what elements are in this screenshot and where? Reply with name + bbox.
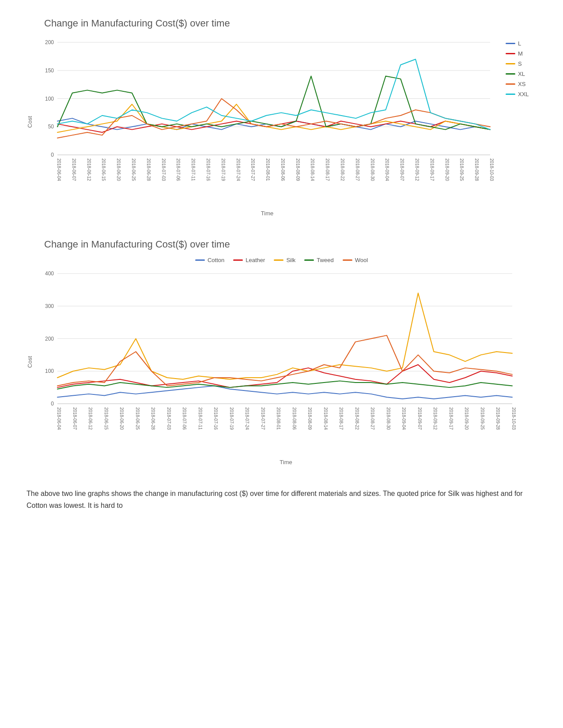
- svg-text:2018-08-17: 2018-08-17: [325, 158, 330, 181]
- chart1-y-label: Cost: [26, 116, 33, 128]
- svg-text:2018-08-01: 2018-08-01: [265, 158, 270, 181]
- legend-color-swatch: [506, 53, 515, 54]
- svg-text:100: 100: [45, 96, 54, 102]
- svg-text:2018-06-15: 2018-06-15: [101, 158, 106, 181]
- svg-text:2018-06-25: 2018-06-25: [131, 158, 136, 181]
- chart1-x-label: Time: [35, 210, 499, 217]
- chart1-inner: 0501001502002018-06-042018-06-072018-06-…: [35, 36, 499, 217]
- legend-label: XS: [518, 81, 525, 87]
- svg-text:2018-08-14: 2018-08-14: [323, 407, 328, 430]
- svg-text:2018-09-17: 2018-09-17: [449, 407, 453, 430]
- svg-text:2018-07-27: 2018-07-27: [261, 407, 265, 430]
- legend-color-swatch: [506, 83, 515, 85]
- svg-text:50: 50: [48, 124, 54, 130]
- svg-text:2018-06-04: 2018-06-04: [57, 407, 61, 430]
- svg-text:200: 200: [45, 39, 54, 45]
- svg-text:2018-06-12: 2018-06-12: [87, 158, 91, 181]
- svg-text:2018-06-07: 2018-06-07: [72, 407, 77, 430]
- svg-text:2018-08-09: 2018-08-09: [307, 407, 312, 430]
- chart2-container: Change in Manufacturing Cost($) over tim…: [26, 239, 537, 465]
- legend-item: M: [506, 50, 537, 57]
- chart1-legend: LMSXLXSXXL: [506, 36, 537, 98]
- svg-text:2018-08-27: 2018-08-27: [370, 407, 375, 430]
- legend-item: XL: [506, 71, 537, 77]
- svg-text:2018-07-03: 2018-07-03: [161, 158, 166, 181]
- svg-text:2018-09-28: 2018-09-28: [474, 158, 479, 181]
- svg-text:2018-10-03: 2018-10-03: [511, 407, 516, 430]
- svg-text:2018-08-01: 2018-08-01: [276, 407, 281, 430]
- svg-text:2018-06-20: 2018-06-20: [119, 407, 124, 430]
- svg-text:0: 0: [51, 152, 54, 158]
- svg-text:2018-09-17: 2018-09-17: [430, 158, 435, 181]
- svg-text:2018-09-25: 2018-09-25: [480, 407, 485, 430]
- legend-color-swatch: [506, 94, 515, 95]
- svg-text:2018-07-06: 2018-07-06: [176, 158, 181, 181]
- legend-color-swatch: [506, 43, 515, 44]
- svg-text:2018-09-04: 2018-09-04: [385, 158, 389, 181]
- legend-item: XXL: [506, 91, 537, 98]
- svg-text:2018-07-03: 2018-07-03: [166, 407, 171, 430]
- legend-color-swatch: [343, 259, 352, 261]
- legend-color-swatch: [233, 259, 243, 261]
- svg-text:2018-07-16: 2018-07-16: [213, 407, 218, 430]
- svg-text:2018-08-27: 2018-08-27: [355, 158, 360, 181]
- svg-text:2018-10-03: 2018-10-03: [489, 158, 494, 181]
- chart2-y-label: Cost: [26, 356, 33, 368]
- legend-item: S: [506, 60, 537, 67]
- svg-text:2018-07-24: 2018-07-24: [236, 158, 241, 181]
- svg-text:400: 400: [45, 270, 54, 277]
- legend-color-swatch: [274, 259, 283, 261]
- legend-label: XXL: [518, 91, 529, 98]
- legend-item: Cotton: [195, 257, 224, 263]
- legend-color-swatch: [304, 259, 314, 261]
- legend-label: M: [518, 50, 523, 57]
- svg-text:2018-08-22: 2018-08-22: [355, 407, 359, 430]
- legend-color-swatch: [195, 259, 205, 261]
- chart1-container: Change in Manufacturing Cost($) over tim…: [26, 18, 537, 217]
- svg-text:2018-06-04: 2018-06-04: [57, 158, 61, 181]
- svg-text:2018-09-20: 2018-09-20: [464, 407, 469, 430]
- svg-text:300: 300: [45, 303, 54, 309]
- svg-text:200: 200: [45, 336, 54, 342]
- svg-text:2018-09-04: 2018-09-04: [401, 407, 406, 430]
- svg-text:2018-07-19: 2018-07-19: [221, 158, 226, 181]
- chart1-svg: 0501001502002018-06-042018-06-072018-06-…: [35, 36, 499, 208]
- svg-text:2018-07-27: 2018-07-27: [250, 158, 255, 181]
- legend-label: Tweed: [317, 257, 333, 263]
- svg-text:2018-07-24: 2018-07-24: [245, 407, 249, 430]
- legend-color-swatch: [506, 63, 515, 64]
- description-text: The above two line graphs shows the chan…: [26, 488, 537, 511]
- svg-text:2018-06-07: 2018-06-07: [72, 158, 76, 181]
- svg-text:100: 100: [45, 368, 54, 374]
- svg-text:2018-09-12: 2018-09-12: [433, 407, 438, 430]
- svg-text:2018-06-15: 2018-06-15: [104, 407, 109, 430]
- svg-text:2018-08-30: 2018-08-30: [370, 158, 375, 181]
- legend-item: Wool: [343, 257, 368, 263]
- chart2-x-label: Time: [35, 459, 537, 465]
- svg-text:2018-09-25: 2018-09-25: [459, 158, 464, 181]
- chart2-title: Change in Manufacturing Cost($) over tim…: [44, 239, 537, 250]
- svg-text:2018-09-20: 2018-09-20: [445, 158, 450, 181]
- svg-text:2018-08-22: 2018-08-22: [340, 158, 345, 181]
- svg-text:2018-09-28: 2018-09-28: [495, 407, 500, 430]
- svg-text:2018-07-19: 2018-07-19: [229, 407, 234, 430]
- legend-label: Wool: [355, 257, 368, 263]
- legend-label: Silk: [286, 257, 295, 263]
- svg-text:2018-08-09: 2018-08-09: [295, 158, 300, 181]
- svg-text:0: 0: [51, 401, 54, 407]
- svg-text:2018-08-06: 2018-08-06: [280, 158, 285, 181]
- legend-item: Tweed: [304, 257, 333, 263]
- legend-label: Cotton: [208, 257, 224, 263]
- svg-text:2018-08-17: 2018-08-17: [339, 407, 344, 430]
- svg-text:150: 150: [45, 68, 54, 74]
- svg-text:2018-06-25: 2018-06-25: [135, 407, 140, 430]
- chart2-svg: 01002003004002018-06-042018-06-072018-06…: [35, 267, 521, 457]
- legend-color-swatch: [506, 73, 515, 75]
- svg-text:2018-07-11: 2018-07-11: [191, 158, 196, 181]
- chart2-legend: CottonLeatherSilkTweedWool: [26, 257, 537, 263]
- legend-label: S: [518, 60, 522, 67]
- legend-item: L: [506, 40, 537, 47]
- svg-text:2018-06-12: 2018-06-12: [88, 407, 93, 430]
- legend-label: XL: [518, 71, 525, 77]
- svg-text:2018-08-14: 2018-08-14: [310, 158, 315, 181]
